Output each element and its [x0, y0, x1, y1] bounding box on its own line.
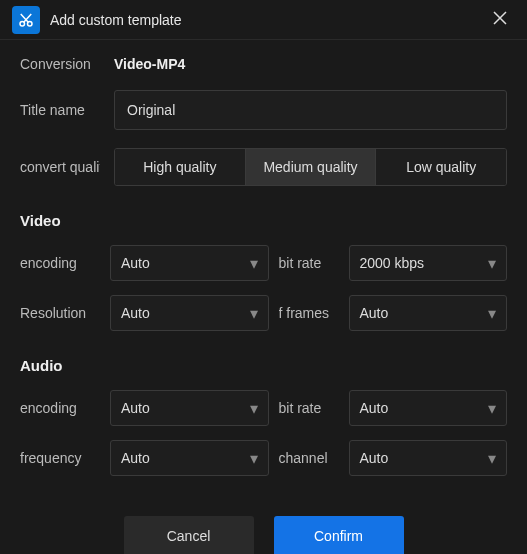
audio-frequency-value: Auto [121, 450, 150, 466]
app-icon [12, 6, 40, 34]
audio-bitrate-label: bit rate [279, 400, 339, 416]
video-resolution-value: Auto [121, 305, 150, 321]
video-resolution-label: Resolution [20, 305, 100, 321]
audio-encoding-value: Auto [121, 400, 150, 416]
audio-channel-label: channel [279, 450, 339, 466]
quality-high-button[interactable]: High quality [115, 149, 246, 185]
close-icon [493, 11, 507, 25]
title-name-label: Title name [20, 102, 100, 118]
conversion-label: Conversion [20, 56, 100, 72]
video-bitrate-select[interactable]: 2000 kbps ▾ [349, 245, 508, 281]
video-bitrate-label: bit rate [279, 255, 339, 271]
close-button[interactable] [485, 5, 515, 34]
video-encoding-select[interactable]: Auto ▾ [110, 245, 269, 281]
video-frames-value: Auto [360, 305, 389, 321]
cancel-button[interactable]: Cancel [124, 516, 254, 554]
chevron-down-icon: ▾ [488, 254, 496, 273]
chevron-down-icon: ▾ [488, 449, 496, 468]
chevron-down-icon: ▾ [250, 449, 258, 468]
chevron-down-icon: ▾ [250, 399, 258, 418]
chevron-down-icon: ▾ [250, 254, 258, 273]
titlebar: Add custom template [0, 0, 527, 40]
audio-bitrate-select[interactable]: Auto ▾ [349, 390, 508, 426]
chevron-down-icon: ▾ [488, 304, 496, 323]
video-encoding-value: Auto [121, 255, 150, 271]
scissors-icon [17, 11, 35, 29]
quality-low-button[interactable]: Low quality [376, 149, 506, 185]
video-frames-label: f frames [279, 305, 339, 321]
audio-encoding-select[interactable]: Auto ▾ [110, 390, 269, 426]
audio-heading: Audio [20, 357, 507, 374]
video-bitrate-value: 2000 kbps [360, 255, 425, 271]
quality-medium-button[interactable]: Medium quality [246, 149, 377, 185]
confirm-button[interactable]: Confirm [274, 516, 404, 554]
audio-frequency-select[interactable]: Auto ▾ [110, 440, 269, 476]
audio-bitrate-value: Auto [360, 400, 389, 416]
chevron-down-icon: ▾ [250, 304, 258, 323]
quality-label: convert quality [20, 159, 100, 175]
audio-frequency-label: frequency [20, 450, 100, 466]
audio-encoding-label: encoding [20, 400, 100, 416]
conversion-value: Video-MP4 [114, 56, 185, 72]
title-name-input[interactable] [114, 90, 507, 130]
video-heading: Video [20, 212, 507, 229]
video-frames-select[interactable]: Auto ▾ [349, 295, 508, 331]
video-encoding-label: encoding [20, 255, 100, 271]
video-resolution-select[interactable]: Auto ▾ [110, 295, 269, 331]
window-title: Add custom template [50, 12, 485, 28]
audio-channel-select[interactable]: Auto ▾ [349, 440, 508, 476]
audio-channel-value: Auto [360, 450, 389, 466]
footer: Cancel Confirm [20, 516, 507, 554]
chevron-down-icon: ▾ [488, 399, 496, 418]
quality-group: High quality Medium quality Low quality [114, 148, 507, 186]
